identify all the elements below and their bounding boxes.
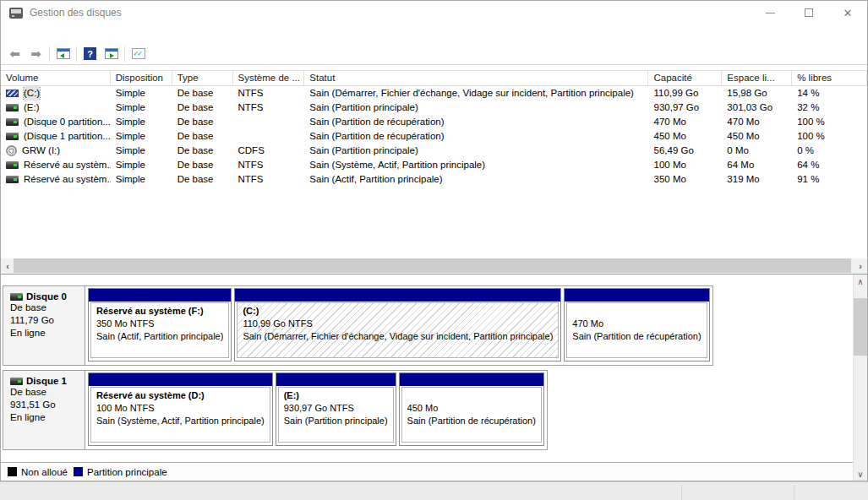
horizontal-scrollbar[interactable]: ‹ › xyxy=(1,258,867,273)
partition-name xyxy=(572,305,701,318)
legend-item: Partition principale xyxy=(74,467,167,477)
show-console-tree-button[interactable] xyxy=(52,45,74,63)
volume-icon xyxy=(6,176,19,183)
action-pane-icon xyxy=(105,48,118,59)
percent-free-cell: 64 % xyxy=(792,158,867,172)
percent-free-cell: 0 % xyxy=(792,144,867,158)
close-button[interactable]: ✕ xyxy=(828,1,867,24)
disk-partitions: Réservé au système (D:) 100 Mo NTFS Sain… xyxy=(85,371,547,449)
back-button[interactable] xyxy=(4,45,25,63)
volume-row[interactable]: Réservé au systèm... Simple De base NTFS… xyxy=(1,158,867,172)
partition-color-bar xyxy=(276,373,396,386)
background-window-strip xyxy=(0,481,868,500)
scroll-right-arrow-icon[interactable]: › xyxy=(854,258,867,273)
volume-name-cell: Réservé au systèm... xyxy=(1,172,111,187)
volume-name-cell: (C:) xyxy=(1,86,111,101)
volume-name-cell: GRW (I:) xyxy=(1,144,111,158)
scroll-down-arrow-icon[interactable]: ∨ xyxy=(854,467,867,481)
vertical-scrollbar[interactable]: ∧ ∨ xyxy=(853,274,867,481)
column-header-disposition[interactable]: Disposition xyxy=(111,71,172,85)
help-button[interactable] xyxy=(79,45,101,63)
disposition-cell: Simple xyxy=(111,86,172,101)
partition-body: Réservé au système (F:) 350 Mo NTFS Sain… xyxy=(90,302,229,358)
properties-button[interactable] xyxy=(128,45,149,63)
volume-row[interactable]: (C:) Simple De base NTFS Sain (Démarrer,… xyxy=(1,86,867,101)
column-header-filesystem[interactable]: Système de ... xyxy=(233,71,305,85)
legend-label: Partition principale xyxy=(87,467,167,477)
maximize-button[interactable] xyxy=(789,1,828,24)
column-header-free-space[interactable]: Espace li... xyxy=(722,71,792,85)
capacity-cell: 350 Mo xyxy=(649,172,723,187)
disk-name: Disque 0 xyxy=(26,291,67,302)
status-cell: Sain (Partition principale) xyxy=(304,144,648,158)
disposition-cell: Simple xyxy=(111,101,172,115)
volume-row[interactable]: (E:) Simple De base NTFS Sain (Partition… xyxy=(1,101,867,115)
disk-label[interactable]: Disque 0 De base 111,79 Go En ligne xyxy=(3,286,85,365)
disk-name-line: Disque 1 xyxy=(10,376,81,386)
menu-item[interactable] xyxy=(18,31,33,36)
column-header-status[interactable]: Statut xyxy=(304,71,648,85)
column-header-volume[interactable]: Volume xyxy=(1,71,111,85)
back-icon xyxy=(9,46,20,62)
free-space-cell: 470 Mo xyxy=(722,115,792,129)
volume-row[interactable]: Réservé au systèm... Simple De base NTFS… xyxy=(1,172,867,187)
partition-body: (E:) 930,97 Go NTFS Sain (Partition prin… xyxy=(278,387,394,443)
toolbar-separator xyxy=(49,46,50,62)
disk-label[interactable]: Disque 1 De base 931,51 Go En ligne xyxy=(3,371,85,449)
toolbar-separator xyxy=(76,46,77,62)
volume-row[interactable]: GRW (I:) Simple De base CDFS Sain (Parti… xyxy=(1,144,867,158)
vertical-scrollbar-thumb[interactable] xyxy=(854,298,867,356)
partition-status: Sain (Partition de récupération) xyxy=(407,415,536,427)
menu-item[interactable] xyxy=(3,31,18,36)
type-cell: De base xyxy=(172,129,233,144)
disk-icon xyxy=(10,378,23,385)
horizontal-scrollbar-thumb[interactable] xyxy=(14,258,851,273)
partition-color-bar xyxy=(565,289,708,302)
partition-status: Sain (Partition principale) xyxy=(284,415,388,427)
disk-name: Disque 1 xyxy=(26,376,67,386)
partition-box[interactable]: (E:) 930,97 Go NTFS Sain (Partition prin… xyxy=(276,372,396,446)
disposition-cell: Simple xyxy=(111,158,172,172)
partition-box[interactable]: 470 Mo Sain (Partition de récupération) xyxy=(564,288,709,361)
status-cell: Sain (Système, Actif, Partition principa… xyxy=(304,158,648,172)
partition-body: 470 Mo Sain (Partition de récupération) xyxy=(566,302,707,358)
scroll-left-arrow-icon[interactable]: ‹ xyxy=(1,258,14,273)
partition-body: 450 Mo Sain (Partition de récupération) xyxy=(401,387,542,443)
free-space-cell: 64 Mo xyxy=(722,158,792,172)
volume-name: (E:) xyxy=(24,101,40,115)
minimize-icon xyxy=(766,13,775,14)
menu-item[interactable] xyxy=(33,31,48,36)
show-action-pane-button[interactable] xyxy=(101,45,122,63)
disk-row: Disque 0 De base 111,79 Go En ligne xyxy=(3,285,713,366)
scroll-up-arrow-icon[interactable]: ∧ xyxy=(854,274,867,288)
partition-body: Réservé au système (D:) 100 Mo NTFS Sain… xyxy=(90,387,270,443)
menu-item[interactable] xyxy=(48,31,63,36)
partition-box[interactable]: Réservé au système (D:) 100 Mo NTFS Sain… xyxy=(88,372,273,446)
volume-name: GRW (I:) xyxy=(22,144,60,158)
volume-icon xyxy=(6,161,19,169)
partition-name xyxy=(407,389,536,402)
disposition-cell: Simple xyxy=(111,129,172,144)
partition-status: Sain (Système, Actif, Partition principa… xyxy=(96,415,265,427)
column-header-type[interactable]: Type xyxy=(172,71,233,85)
volume-row[interactable]: (Disque 0 partition... Simple De base Sa… xyxy=(1,115,867,129)
disk-name-line: Disque 0 xyxy=(10,291,81,302)
filesystem-cell: CDFS xyxy=(233,144,305,158)
legend-color-swatch xyxy=(74,467,83,476)
legend-label: Non alloué xyxy=(21,467,68,477)
status-cell: Sain (Démarrer, Fichier d'échange, Vidag… xyxy=(304,86,648,101)
column-header-capacity[interactable]: Capacité xyxy=(648,71,722,85)
minimize-button[interactable] xyxy=(751,1,789,24)
volume-name: (C:) xyxy=(24,86,40,101)
percent-free-cell: 14 % xyxy=(792,86,867,101)
partition-status: Sain (Actif, Partition principale) xyxy=(96,330,223,343)
partition-box[interactable]: 450 Mo Sain (Partition de récupération) xyxy=(399,372,544,446)
column-header-percent-free[interactable]: % libres xyxy=(792,71,867,85)
partition-box[interactable]: Réservé au système (F:) 350 Mo NTFS Sain… xyxy=(88,288,232,361)
window-controls: ✕ xyxy=(751,1,867,24)
partition-box[interactable]: (C:) 110,99 Go NTFS Sain (Démarrer, Fich… xyxy=(234,288,561,361)
forward-button[interactable] xyxy=(25,45,46,63)
partition-name: (E:) xyxy=(284,389,388,402)
volume-name: Réservé au systèm... xyxy=(24,158,111,172)
volume-row[interactable]: (Disque 1 partition... Simple De base Sa… xyxy=(1,129,867,144)
